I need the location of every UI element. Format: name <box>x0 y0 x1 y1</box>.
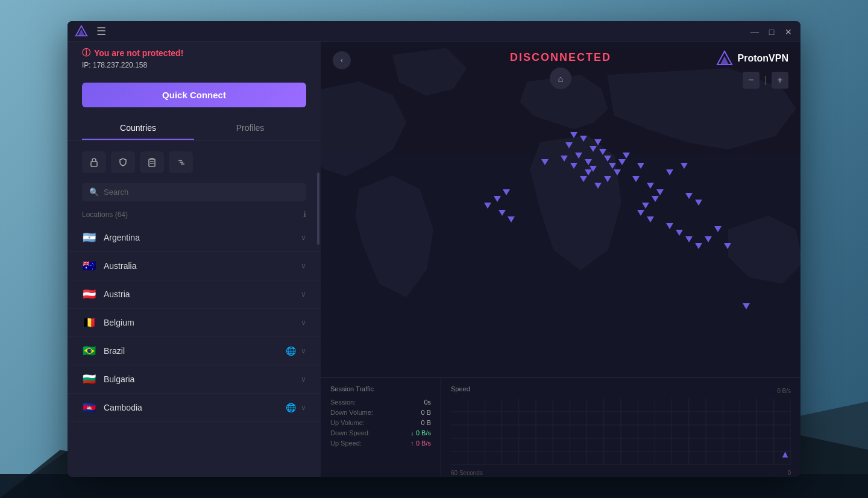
expand-bulgaria[interactable]: ∨ <box>301 375 306 383</box>
vpn-node-n2[interactable] <box>565 142 573 148</box>
session-value: 0s <box>424 399 431 406</box>
search-bar: 🔍 <box>82 183 306 201</box>
vpn-node-n34[interactable] <box>695 243 702 249</box>
title-bar: ☰ — □ ✕ <box>68 21 800 42</box>
vpn-node-n16[interactable] <box>580 176 587 182</box>
vpn-node-n36[interactable] <box>714 226 722 232</box>
expand-belgium[interactable]: ∨ <box>301 318 306 327</box>
vpn-node-n1[interactable] <box>541 159 549 165</box>
vpn-node-n4[interactable] <box>590 146 597 152</box>
chart-time-zero: 0 <box>787 470 791 476</box>
close-button[interactable]: ✕ <box>784 27 793 37</box>
chart-area: 60 Seconds 0 <box>451 399 791 465</box>
title-left: ☰ <box>75 25 106 38</box>
expand-argentina[interactable]: ∨ <box>301 233 306 242</box>
expand-cambodia[interactable]: ∨ <box>301 403 306 412</box>
vpn-node-n17[interactable] <box>570 163 577 169</box>
vpn-node-n32[interactable] <box>676 230 683 236</box>
collapse-sidebar-button[interactable]: ‹ <box>333 51 351 69</box>
vpn-node-n43[interactable] <box>484 203 491 209</box>
vpn-node-n29[interactable] <box>637 210 644 216</box>
tab-bar: Countries Profiles <box>68 117 321 140</box>
stats-panel: Session Traffic Session: 0s Down Volume:… <box>321 377 800 477</box>
filter-sort-button[interactable] <box>169 151 193 173</box>
vpn-node-n14[interactable] <box>594 183 602 189</box>
vpn-node-n9[interactable] <box>599 149 606 155</box>
expand-brazil[interactable]: ∨ <box>301 347 306 355</box>
locations-info-icon[interactable]: ℹ <box>303 210 306 219</box>
tab-countries[interactable]: Countries <box>82 117 194 140</box>
vpn-node-n19[interactable] <box>570 132 577 138</box>
session-traffic-panel: Session Traffic Session: 0s Down Volume:… <box>321 378 441 477</box>
expand-australia[interactable]: ∨ <box>301 262 306 270</box>
status-section: ⓘ You are not protected! IP: 178.237.220… <box>68 42 321 78</box>
vpn-node-n22[interactable] <box>632 176 640 182</box>
vpn-node-n3[interactable] <box>580 136 587 142</box>
vpn-node-n7[interactable] <box>585 159 592 165</box>
warning-icon: ⓘ <box>82 48 90 58</box>
vpn-node-n28[interactable] <box>642 203 649 209</box>
vpn-node-n40[interactable] <box>618 159 626 165</box>
country-item-belgium[interactable]: 🇧🇪 Belgium ∨ <box>68 309 321 337</box>
country-name-austria: Austria <box>104 289 301 299</box>
vpn-node-n44[interactable] <box>498 210 506 216</box>
sidebar: ⓘ You are not protected! IP: 178.237.220… <box>68 42 321 477</box>
quick-connect-button[interactable]: Quick Connect <box>82 83 306 107</box>
vpn-node-n23[interactable] <box>647 183 654 189</box>
up-speed-label: Up Speed: <box>330 440 362 447</box>
expand-austria[interactable]: ∨ <box>301 290 306 298</box>
vpn-node-n20[interactable] <box>623 153 630 159</box>
country-name-cambodia: Cambodia <box>104 403 286 412</box>
flag-austria: 🇦🇹 <box>82 288 96 301</box>
session-label: Session: <box>330 399 356 406</box>
country-item-brazil[interactable]: 🇧🇷 Brazil 🌐 ∨ <box>68 337 321 365</box>
maximize-button[interactable]: □ <box>767 27 776 37</box>
vpn-node-n12[interactable] <box>614 169 621 175</box>
search-input[interactable] <box>104 188 299 197</box>
vpn-node-n10[interactable] <box>604 156 611 162</box>
stat-row-session: Session: 0s <box>330 399 431 406</box>
vpn-node-n11[interactable] <box>609 163 616 169</box>
vpn-node-n25[interactable] <box>681 163 688 169</box>
filter-clipboard-button[interactable] <box>140 151 164 173</box>
vpn-node-n21[interactable] <box>637 163 644 169</box>
filter-lock-button[interactable] <box>82 151 106 173</box>
vpn-node-n35[interactable] <box>705 236 712 242</box>
vpn-node-n30[interactable] <box>647 216 654 222</box>
country-item-argentina[interactable]: 🇦🇷 Argentina ∨ <box>68 224 321 252</box>
filter-shield-button[interactable] <box>111 151 135 173</box>
vpn-node-n6[interactable] <box>575 153 582 159</box>
vpn-node-n24[interactable] <box>666 169 673 175</box>
country-item-austria[interactable]: 🇦🇹 Austria ∨ <box>68 280 321 309</box>
vpn-node-n15[interactable] <box>585 169 592 175</box>
country-item-cambodia[interactable]: 🇰🇭 Cambodia 🌐 ∨ <box>68 394 321 422</box>
world-map-svg <box>321 42 800 377</box>
vpn-node-n45[interactable] <box>508 216 515 222</box>
up-speed-value: ↑ 0 B/s <box>410 440 431 447</box>
ip-value: 178.237.220.158 <box>93 61 147 69</box>
minimize-button[interactable]: — <box>750 27 760 37</box>
vpn-node-n41[interactable] <box>503 189 510 195</box>
vpn-node-n42[interactable] <box>494 196 501 202</box>
vpn-node-n18[interactable] <box>561 156 568 162</box>
svg-rect-2 <box>0 474 868 498</box>
lock-icon <box>89 157 99 167</box>
country-item-bulgaria[interactable]: 🇧🇬 Bulgaria ∨ <box>68 365 321 394</box>
country-name-brazil: Brazil <box>104 346 286 356</box>
locations-count: Locations (64) <box>82 210 128 219</box>
hamburger-menu[interactable]: ☰ <box>96 25 106 38</box>
vpn-node-n39[interactable] <box>695 200 702 206</box>
app-logo-icon <box>75 25 88 38</box>
vpn-node-n33[interactable] <box>685 236 693 242</box>
vpn-node-n46[interactable] <box>743 303 750 309</box>
vpn-node-n37[interactable] <box>724 243 731 249</box>
vpn-node-n38[interactable] <box>685 193 693 199</box>
country-item-australia[interactable]: 🇦🇺 Australia ∨ <box>68 252 321 280</box>
chart-time-label: 60 Seconds <box>451 470 483 476</box>
vpn-node-n27[interactable] <box>652 196 659 202</box>
vpn-node-n13[interactable] <box>604 176 611 182</box>
vpn-node-n26[interactable] <box>656 189 664 195</box>
tab-profiles[interactable]: Profiles <box>194 117 306 140</box>
vpn-node-n31[interactable] <box>666 223 673 229</box>
vpn-node-n5[interactable] <box>594 139 602 145</box>
